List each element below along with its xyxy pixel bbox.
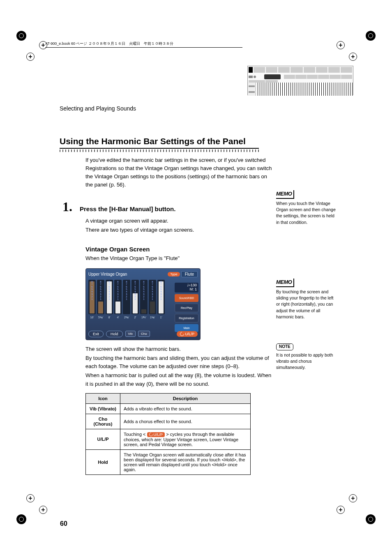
step-number: 1. — [62, 199, 72, 214]
step-body-line2: There are two types of vintage organ scr… — [85, 226, 274, 234]
table-head-desc: Description — [120, 393, 251, 403]
vintage-organ-screen: Upper Vintage Organ Type Flute 8 7 6 5 4… — [85, 268, 201, 340]
vintage-organ-subheading: Vintage Organ Screen — [85, 246, 353, 253]
step-body-line1: A vintage organ screen will appear. — [85, 217, 274, 225]
crop-mark — [366, 514, 376, 524]
print-header: AT-900_e.book 60 ページ ２００８年９月１６日 火曜日 午前１０… — [45, 41, 242, 48]
main-heading: Using the Harmonic Bar Settings of the P… — [60, 136, 259, 149]
table-row: Hold The Vintage Organ screen will autom… — [86, 449, 251, 474]
harmonic-bars[interactable]: 8 7 6 5 4 3 2 18 7 6 5 4 3 2 18 7 6 5 4 … — [88, 280, 171, 314]
icon-description-table: Icon Description Vib (Vibrato) Adds a vi… — [85, 393, 251, 475]
table-desc-cell: Touching < U/L/P > cycles you through th… — [120, 429, 251, 449]
vib-button[interactable]: Vib — [125, 331, 136, 337]
table-desc-cell: Adds a chorus effect to the sound. — [120, 414, 251, 429]
after-screen-p3: When a harmonic bar is pulled out all th… — [85, 371, 274, 388]
memo-text: When you touch the Vintage Organ screen … — [276, 200, 336, 226]
ulp-button[interactable]: U/L/P — [177, 331, 198, 337]
table-row: Vib (Vibrato) Adds a vibrato effect to t… — [86, 403, 251, 414]
tab-registration[interactable]: Registration — [175, 314, 198, 322]
type-value: Flute — [181, 271, 198, 277]
table-row: Cho (Chorus) Adds a chorus effect to the… — [86, 414, 251, 429]
ulp-inline-icon: U/L/P — [147, 432, 165, 437]
memo-text: By touching the screen and sliding your … — [276, 289, 336, 320]
memo-block-2: MEMO By touching the screen and sliding … — [276, 279, 336, 320]
table-icon-cell: Cho (Chorus) — [86, 414, 120, 429]
cho-button[interactable]: Cho — [138, 331, 150, 337]
table-desc-cell: The Vintage Organ screen will automatica… — [120, 449, 251, 474]
section-title: Selecting and Playing Sounds — [60, 105, 353, 112]
memo-block-1: MEMO When you touch the Vintage Organ sc… — [276, 190, 336, 226]
crop-mark — [16, 514, 26, 524]
table-icon-cell: Vib (Vibrato) — [86, 403, 120, 414]
note-label: NOTE — [276, 343, 293, 350]
footage-labels: 16'5⅓'8'4'2⅔'2'1⅗'1⅓'1' — [88, 316, 171, 319]
heading-dots — [60, 150, 259, 152]
intro-paragraph: If you've edited the harmonic bar settin… — [85, 156, 274, 189]
after-screen-p2: By touching the harmonic bars and slidin… — [85, 354, 274, 371]
crop-mark — [16, 31, 26, 41]
page-number: 60 — [60, 520, 67, 527]
hold-button[interactable]: Hold — [106, 331, 123, 337]
note-block: NOTE It is not possible to apply both vi… — [276, 343, 336, 371]
note-text: It is not possible to apply both vibrato… — [276, 352, 336, 371]
crop-mark — [366, 31, 376, 41]
tab-sound-kbd[interactable]: Sound/KBD — [175, 294, 198, 302]
memo-label: MEMO — [276, 279, 294, 287]
type-label-pill: Type — [168, 272, 180, 276]
exit-button[interactable]: Exit — [88, 331, 104, 337]
step-title: Press the [H-Bar Manual] button. — [80, 205, 175, 212]
vintage-caption: When the Vintage Organ Type is "Flute" — [85, 254, 274, 263]
table-icon-cell: U/L/P — [86, 429, 120, 449]
table-head-icon: Icon — [86, 393, 120, 403]
table-desc-cell: Adds a vibrato effect to the sound. — [120, 403, 251, 414]
screen-title: Upper Vintage Organ — [88, 272, 127, 276]
registration-mark — [26, 494, 35, 502]
keyboard-diagram — [247, 66, 353, 95]
memo-label: MEMO — [276, 190, 294, 199]
table-icon-cell: Hold — [86, 449, 120, 474]
table-row: U/L/P Touching < U/L/P > cycles you thro… — [86, 429, 251, 449]
after-screen-p1: The screen will show the harmonic bars. — [85, 345, 274, 353]
tab-rec-play[interactable]: Rec/Play — [175, 304, 198, 312]
registration-mark — [26, 53, 35, 61]
tempo-display: ♩=130 M: 1 — [175, 283, 198, 292]
